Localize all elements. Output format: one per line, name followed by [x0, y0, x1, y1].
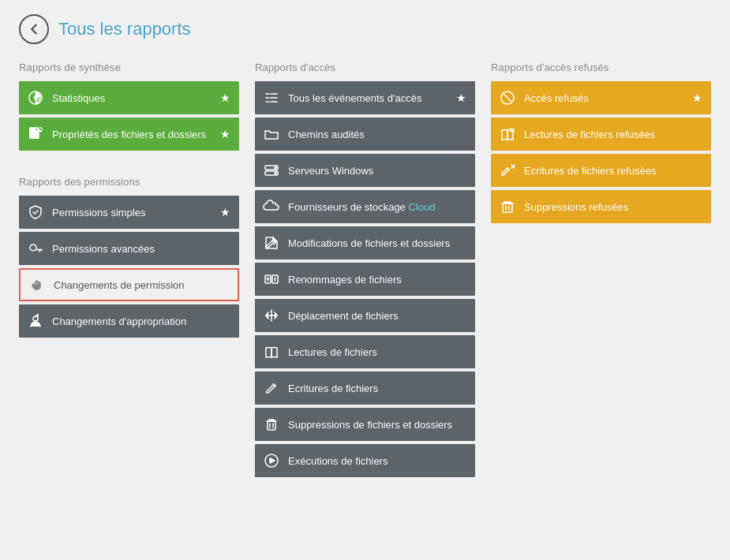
- star-icon-5[interactable]: ★: [691, 91, 703, 104]
- page-title: Tous les rapports: [58, 19, 191, 39]
- rename-icon: [263, 271, 280, 288]
- svg-point-23: [275, 167, 276, 169]
- fournisseurs-cloud-label: Fournisseurs de stockage Cloud: [288, 201, 467, 213]
- item-changements-permission[interactable]: Changements de permission: [19, 268, 239, 301]
- column-right: Rapports d'accès refusés Accès refusés ★: [491, 62, 711, 226]
- proprietes-label: Propriétés des fichiers et dossiers: [52, 129, 219, 140]
- changements-appropriation-label: Changements d'appropriation: [52, 315, 231, 327]
- read-icon: [263, 343, 280, 360]
- back-button[interactable]: [19, 14, 49, 44]
- key-icon: [27, 240, 44, 257]
- lectures-refusees-label: Lectures de fichiers refusées: [524, 129, 703, 140]
- columns-container: Rapports de synthèse Statistiques ★: [19, 62, 711, 480]
- lectures-label: Lectures de fichiers: [288, 346, 467, 358]
- item-changements-appropriation[interactable]: Changements d'appropriation: [19, 304, 239, 338]
- read-denied-icon: [499, 125, 516, 143]
- svg-point-8: [30, 245, 36, 251]
- tous-evenements-label: Tous les événements d'accès: [288, 92, 455, 104]
- cloud-word: Cloud: [408, 201, 435, 213]
- changements-permission-label: Changements de permission: [54, 279, 230, 291]
- write-denied-icon: [499, 162, 516, 179]
- svg-line-43: [507, 168, 509, 170]
- svg-point-12: [33, 316, 38, 321]
- hand-icon: [28, 276, 46, 293]
- executions-label: Exécutions de fichiers: [288, 455, 467, 467]
- star-icon-4[interactable]: ★: [455, 91, 467, 104]
- item-renommages[interactable]: Renommages de fichiers: [255, 263, 475, 296]
- ecritures-refusees-label: Ecritures de fichiers refusées: [524, 165, 703, 177]
- synthese-title: Rapports de synthèse: [19, 62, 239, 73]
- item-modifications[interactable]: Modifications de fichiers et dossiers: [255, 226, 475, 259]
- folder-icon: [263, 125, 280, 143]
- svg-rect-46: [503, 203, 512, 212]
- chart-icon: [27, 89, 44, 106]
- refuses-title: Rapports d'accès refusés: [491, 62, 711, 73]
- server-icon: [263, 162, 280, 179]
- item-fournisseurs-cloud[interactable]: Fournisseurs de stockage Cloud: [255, 190, 475, 223]
- suppressions-label: Suppressions de fichiers et dossiers: [288, 419, 467, 431]
- svg-point-1: [34, 96, 37, 99]
- item-ecritures[interactable]: Ecritures de fichiers: [255, 371, 475, 405]
- ecritures-label: Ecritures de fichiers: [288, 383, 467, 394]
- chemins-audites-label: Chemins audités: [288, 129, 467, 140]
- modifications-label: Modifications de fichiers et dossiers: [288, 237, 467, 249]
- column-left: Rapports de synthèse Statistiques ★: [19, 62, 239, 341]
- person-icon: [27, 312, 44, 330]
- item-executions[interactable]: Exécutions de fichiers: [255, 444, 475, 477]
- svg-line-7: [35, 211, 38, 214]
- svg-point-24: [275, 173, 276, 174]
- denied-icon: [499, 89, 516, 106]
- acces-refuses-label: Accès refusés: [524, 92, 691, 104]
- list-icon: [263, 89, 280, 106]
- page-container: Tous les rapports Rapports de synthèse S…: [0, 0, 730, 560]
- serveurs-windows-label: Serveurs Windows: [288, 165, 467, 177]
- column-middle: Rapports d'accès Tous les événements d'a…: [255, 62, 475, 480]
- suppressions-refusees-label: Suppressions refusées: [524, 201, 703, 213]
- permissions-avancees-label: Permissions avancées: [52, 243, 231, 255]
- item-tous-evenements[interactable]: Tous les événements d'accès ★: [255, 81, 475, 114]
- file-prop-icon: [27, 125, 44, 143]
- item-acces-refuses[interactable]: Accès refusés ★: [491, 81, 711, 114]
- item-lectures-refusees[interactable]: Lectures de fichiers refusées: [491, 118, 711, 151]
- statistiques-label: Statistiques: [52, 92, 219, 104]
- item-statistiques[interactable]: Statistiques ★: [19, 81, 239, 114]
- star-icon[interactable]: ★: [219, 91, 231, 104]
- shield-icon: [27, 203, 44, 221]
- cloud-icon: [263, 198, 280, 215]
- item-permissions-simples[interactable]: Permissions simples ★: [19, 196, 239, 229]
- header: Tous les rapports: [19, 14, 711, 44]
- renommages-label: Renommages de fichiers: [288, 274, 467, 286]
- item-suppressions-refusees[interactable]: Suppressions refusées: [491, 190, 711, 223]
- edit-file-icon: [263, 234, 280, 252]
- star-icon-2[interactable]: ★: [219, 128, 231, 140]
- item-ecritures-refusees[interactable]: Ecritures de fichiers refusées: [491, 154, 711, 187]
- permissions-title: Rapports des permissions: [19, 176, 239, 188]
- item-serveurs-windows[interactable]: Serveurs Windows: [255, 154, 475, 187]
- svg-line-34: [273, 384, 275, 386]
- delete-denied-icon: [499, 198, 516, 215]
- item-proprietes[interactable]: Propriétés des fichiers et dossiers ★: [19, 118, 239, 151]
- svg-rect-35: [268, 421, 275, 430]
- item-lectures[interactable]: Lectures de fichiers: [255, 335, 475, 368]
- delete-icon: [263, 416, 280, 433]
- acces-title: Rapports d'accès: [255, 62, 475, 73]
- deplacement-label: Déplacement de fichiers: [288, 310, 467, 322]
- write-icon: [263, 379, 280, 397]
- item-chemins-audites[interactable]: Chemins audités: [255, 118, 475, 151]
- move-icon: [263, 307, 280, 324]
- star-icon-3[interactable]: ★: [219, 206, 231, 218]
- item-permissions-avancees[interactable]: Permissions avancées: [19, 232, 239, 265]
- permissions-simples-label: Permissions simples: [52, 207, 219, 218]
- execute-icon: [263, 452, 280, 469]
- item-suppressions[interactable]: Suppressions de fichiers et dossiers: [255, 408, 475, 441]
- svg-line-40: [504, 95, 511, 102]
- item-deplacement[interactable]: Déplacement de fichiers: [255, 299, 475, 332]
